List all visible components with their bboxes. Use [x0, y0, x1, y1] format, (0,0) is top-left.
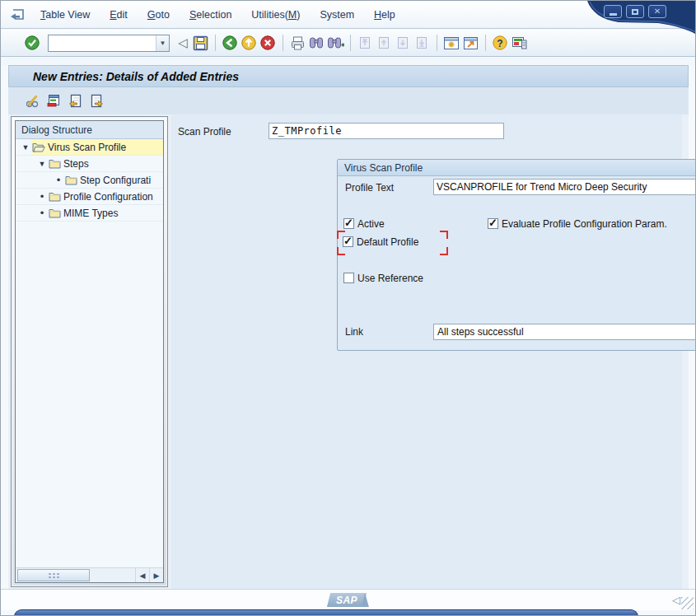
leaf-bullet: •	[36, 190, 48, 203]
menu-utilities[interactable]: Utilities(M)	[251, 9, 300, 21]
close-icon: ✕	[654, 7, 661, 16]
default-profile-checkbox[interactable]	[343, 236, 353, 247]
last-page-icon[interactable]	[413, 34, 432, 53]
svg-text:?: ?	[497, 38, 502, 49]
minimize-icon	[610, 13, 617, 16]
minimize-button[interactable]	[604, 5, 622, 18]
resize-grip[interactable]	[681, 597, 694, 609]
active-checkbox[interactable]	[343, 218, 354, 229]
menu-goto[interactable]: Goto	[147, 9, 170, 21]
scroll-right-icon[interactable]: ▶	[149, 568, 163, 582]
collapse-arrow-icon[interactable]: ▼	[20, 143, 31, 152]
tree-item-steps[interactable]: ▼ Steps	[16, 156, 163, 172]
link-dropdown[interactable]: All steps successful ▼	[433, 324, 696, 340]
grip-dots-icon	[48, 572, 59, 578]
maximize-icon	[632, 9, 638, 15]
display-change-icon[interactable]	[23, 91, 42, 110]
dialog-structure-panel: Dialog Structure ▼ Virus Scan Profile ▼	[11, 116, 168, 587]
menu-system[interactable]: System	[320, 9, 354, 21]
next-entry-icon[interactable]	[87, 91, 106, 110]
profile-text-input[interactable]	[433, 179, 696, 195]
virus-scan-profile-groupbox: Virus Scan Profile Profile Text Active E…	[337, 159, 696, 351]
default-profile-label: Default Profile	[357, 236, 418, 248]
groupbox-title: Virus Scan Profile	[338, 160, 696, 176]
dialog-structure-header: Dialog Structure	[16, 121, 163, 139]
maximize-button[interactable]	[626, 5, 644, 18]
tree-item-virus-scan-profile[interactable]: ▼ Virus Scan Profile	[16, 139, 163, 156]
status-collapse-icon[interactable]: ◁	[672, 594, 680, 606]
next-page-icon[interactable]	[394, 34, 413, 53]
print-icon[interactable]	[288, 34, 307, 53]
application-toolbar	[8, 87, 689, 114]
scan-profile-input[interactable]	[269, 123, 504, 139]
sap-gui-window: ✕ Table View Edit Goto Selection Utiliti…	[0, 0, 696, 616]
status-bar: SAP ◁	[1, 589, 695, 610]
leaf-bullet: •	[36, 207, 48, 219]
exit-icon[interactable]	[240, 34, 259, 53]
open-folder-icon	[32, 142, 45, 152]
menu-items: Table View Edit Goto Selection Utilities…	[40, 9, 395, 21]
folder-icon	[65, 175, 77, 185]
back-triangle-icon[interactable]: ◁	[178, 35, 188, 50]
main-area: Dialog Structure ▼ Virus Scan Profile ▼	[8, 114, 689, 589]
folder-icon	[49, 158, 61, 169]
new-session-icon[interactable]	[442, 34, 461, 53]
spacer-strip	[1, 57, 695, 65]
scroll-left-icon[interactable]: ◀	[135, 568, 149, 582]
save-icon[interactable]	[191, 34, 210, 53]
collapse-arrow-icon[interactable]: ▼	[36, 160, 48, 168]
menu-edit[interactable]: Edit	[110, 9, 128, 21]
scrollbar-track[interactable]	[90, 568, 135, 582]
menu-table-view[interactable]: Table View	[40, 9, 90, 21]
tree-item-step-configuration[interactable]: • Step Configurati	[16, 172, 163, 189]
link-label: Link	[345, 326, 363, 338]
evaluate-checkbox[interactable]	[488, 218, 498, 229]
shortcut-icon[interactable]	[461, 34, 480, 53]
help-icon[interactable]: ?	[491, 34, 510, 53]
enter-icon[interactable]	[22, 34, 41, 53]
sap-logo: SAP	[327, 593, 367, 607]
previous-page-icon[interactable]	[375, 34, 394, 53]
scan-profile-label: Scan Profile	[178, 126, 231, 138]
use-reference-label: Use Reference	[357, 273, 423, 284]
screen-title-bar: New Entries: Details of Added Entries	[8, 65, 689, 87]
close-button[interactable]: ✕	[648, 5, 666, 18]
detail-form: Scan Profile Virus Scan Profile Profile …	[171, 114, 682, 589]
use-reference-checkbox[interactable]	[343, 273, 354, 283]
previous-entry-icon[interactable]	[66, 91, 85, 110]
active-label: Active	[357, 218, 385, 230]
link-value: All steps successful	[434, 326, 696, 338]
cancel-icon[interactable]	[259, 34, 278, 53]
menu-help[interactable]: Help	[374, 9, 395, 21]
window-bottom-edge	[14, 609, 638, 616]
find-icon[interactable]	[307, 34, 326, 53]
scrollbar-thumb[interactable]	[17, 569, 90, 581]
command-field[interactable]: ▼	[48, 35, 170, 52]
leaf-bullet: •	[53, 174, 64, 186]
customize-layout-icon[interactable]	[510, 34, 529, 53]
command-dropdown-icon[interactable]: ▼	[156, 35, 169, 51]
menu-selection[interactable]: Selection	[189, 9, 231, 21]
folder-icon	[49, 191, 61, 202]
evaluate-label: Evaluate Profile Configuration Param.	[502, 218, 667, 230]
system-menu-icon[interactable]	[9, 8, 26, 21]
horizontal-scrollbar[interactable]: ◀ ▶	[16, 567, 163, 582]
folder-icon	[49, 208, 61, 218]
first-page-icon[interactable]	[356, 34, 375, 53]
find-next-icon[interactable]	[326, 34, 345, 53]
command-input[interactable]	[49, 35, 156, 51]
back-icon[interactable]	[221, 34, 240, 53]
profile-text-label: Profile Text	[345, 182, 394, 194]
tree-item-profile-configuration[interactable]: • Profile Configuration	[16, 189, 163, 205]
page-title: New Entries: Details of Added Entries	[33, 70, 239, 83]
tree-item-mime-types[interactable]: • MIME Types	[16, 205, 163, 222]
select-detail-icon[interactable]	[44, 91, 63, 110]
window-chrome: ✕	[584, 1, 696, 35]
